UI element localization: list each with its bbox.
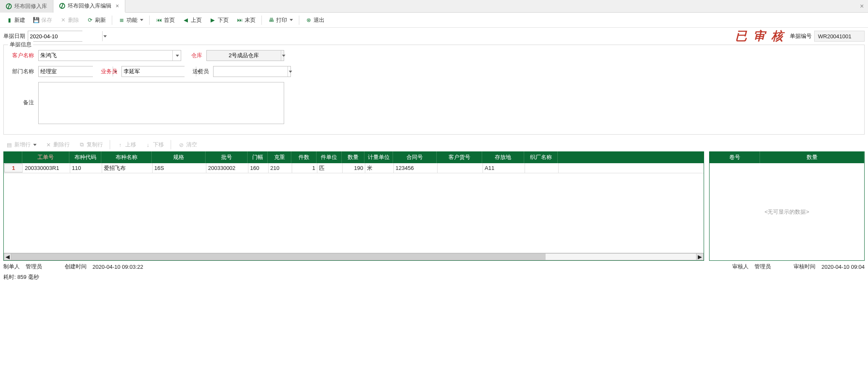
tab-label: 坯布回修入库: [14, 3, 47, 10]
cell[interactable]: 200330002: [206, 163, 248, 173]
warehouse-input[interactable]: [207, 50, 281, 61]
column-header[interactable]: 客户货号: [437, 151, 482, 163]
column-header[interactable]: 布种代码: [69, 151, 101, 163]
button-label: 删除行: [53, 141, 70, 148]
cell[interactable]: [438, 163, 483, 173]
column-header[interactable]: 克重: [268, 151, 291, 163]
empty-message: <无可显示的数据>: [765, 208, 809, 216]
copy-row-button[interactable]: ⧉ 复制行: [75, 139, 106, 150]
column-header[interactable]: 数量: [760, 151, 864, 163]
column-header[interactable]: 数量: [342, 151, 364, 163]
chevron-down-icon[interactable]: [102, 31, 107, 41]
grid-body[interactable]: <无可显示的数据>: [710, 163, 864, 260]
salesman-input[interactable]: [122, 66, 196, 77]
auditor-label: 审核人: [732, 263, 749, 270]
column-header[interactable]: 工单号: [22, 151, 69, 163]
docno-value: WR20041001: [814, 31, 865, 42]
chevron-down-icon: [140, 19, 143, 21]
delete-button[interactable]: ✕ 删除: [56, 14, 82, 26]
scroll-right-icon[interactable]: ▶: [696, 253, 704, 260]
copy-icon: ⧉: [78, 141, 85, 148]
column-header[interactable]: 门幅: [248, 151, 268, 163]
form-panel: 单据信息 客户名称 仓库 部门名称 业务员 送货员 备注: [3, 45, 865, 135]
move-down-button[interactable]: ↓ 下移: [141, 139, 167, 150]
scrollbar-track[interactable]: [11, 253, 696, 260]
horizontal-scrollbar[interactable]: ◀ ▶: [4, 253, 704, 260]
prev-icon: ◀: [182, 17, 189, 24]
first-page-button[interactable]: ⏮ 首页: [152, 14, 178, 26]
cell[interactable]: 米: [365, 163, 394, 173]
tab-item-list[interactable]: 坯布回修入库: [0, 0, 53, 13]
creator-value: 管理员: [26, 263, 42, 270]
add-row-button[interactable]: ▤ 新增行: [3, 139, 40, 150]
column-header[interactable]: 批号: [206, 151, 248, 163]
grid-body[interactable]: 1 200330003R1 110 爱招飞布 16S 200330002 160…: [4, 163, 704, 253]
cell[interactable]: 190: [343, 163, 365, 173]
dept-combo[interactable]: [38, 66, 93, 77]
clear-button[interactable]: ⊘ 清空: [174, 139, 201, 150]
cell[interactable]: 匹: [317, 163, 343, 173]
column-header[interactable]: 存放地: [482, 151, 524, 163]
chevron-down-icon[interactable]: [288, 66, 292, 77]
prev-page-button[interactable]: ◀ 上页: [179, 14, 205, 26]
print-button[interactable]: 🖶 打印: [264, 14, 296, 26]
chevron-down-icon[interactable]: [172, 50, 181, 61]
date-picker[interactable]: [28, 31, 82, 42]
column-header[interactable]: 卷号: [710, 151, 760, 163]
tab-bar: 坯布回修入库 坯布回修入库编辑 × ×: [0, 0, 868, 13]
save-button[interactable]: 💾 保存: [29, 14, 55, 26]
header-bar: 单据日期 已 审 核 单据编号 WR20041001: [0, 28, 868, 45]
close-icon[interactable]: ×: [116, 3, 119, 9]
refresh-button[interactable]: ⟳ 刷新: [83, 14, 109, 26]
column-header[interactable]: 合同号: [393, 151, 437, 163]
column-header[interactable]: 件数: [291, 151, 317, 163]
docno-label: 单据编号: [790, 32, 812, 40]
button-label: 功能: [127, 16, 137, 24]
detail-grid: 工单号 布种代码 布种名称 规格 批号 门幅 克重 件数 件单位 数量 计量单位…: [3, 151, 704, 261]
column-header[interactable]: 计量单位: [364, 151, 393, 163]
next-page-button[interactable]: ▶ 下页: [206, 14, 232, 26]
column-header[interactable]: 布种名称: [101, 151, 152, 163]
button-label: 保存: [41, 16, 52, 24]
warehouse-combo[interactable]: [206, 50, 284, 61]
cell[interactable]: 爱招飞布: [102, 163, 153, 173]
cell[interactable]: A11: [483, 163, 525, 173]
date-input[interactable]: [28, 31, 102, 41]
column-header[interactable]: 织厂名称: [524, 151, 558, 163]
creator-label: 制单人: [3, 263, 20, 270]
cell[interactable]: 110: [70, 163, 102, 173]
cell[interactable]: 1: [292, 163, 317, 173]
column-header[interactable]: 规格: [152, 151, 206, 163]
column-header[interactable]: 件单位: [317, 151, 342, 163]
create-time-value: 2020-04-10 09:03:22: [92, 264, 143, 270]
delete-row-button[interactable]: ✕ 删除行: [42, 139, 73, 150]
chevron-down-icon[interactable]: [281, 50, 285, 61]
remarks-textarea[interactable]: [38, 82, 284, 124]
scroll-left-icon[interactable]: ◀: [4, 253, 11, 260]
table-row[interactable]: 1 200330003R1 110 爱招飞布 16S 200330002 160…: [4, 163, 704, 173]
grid-header: 卷号 数量: [710, 151, 864, 163]
customer-input[interactable]: [39, 50, 172, 61]
exit-button[interactable]: ⊗ 退出: [302, 14, 328, 26]
button-label: 复制行: [87, 141, 103, 148]
courier-combo[interactable]: [213, 66, 291, 77]
cell[interactable]: 123456: [394, 163, 438, 173]
button-label: 上页: [191, 16, 202, 24]
tab-item-edit[interactable]: 坯布回修入库编辑 ×: [53, 0, 125, 13]
cell[interactable]: 16S: [153, 163, 206, 173]
move-up-button[interactable]: ↑ 上移: [113, 139, 140, 150]
last-page-button[interactable]: ⏭ 末页: [233, 14, 259, 26]
courier-input[interactable]: [214, 66, 288, 77]
cell[interactable]: 160: [248, 163, 269, 173]
customer-combo[interactable]: [38, 50, 181, 61]
cell[interactable]: 210: [269, 163, 292, 173]
cell[interactable]: 200330003R1: [23, 163, 70, 173]
button-label: 退出: [314, 16, 325, 24]
salesman-combo[interactable]: [121, 66, 185, 77]
cell[interactable]: [525, 163, 559, 173]
functions-button[interactable]: ≣ 功能: [115, 14, 147, 26]
close-all-tabs-icon[interactable]: ×: [856, 0, 868, 12]
new-button[interactable]: ▮ 新建: [3, 14, 29, 26]
scrollbar-thumb[interactable]: [11, 254, 546, 260]
date-label: 单据日期: [3, 32, 25, 40]
